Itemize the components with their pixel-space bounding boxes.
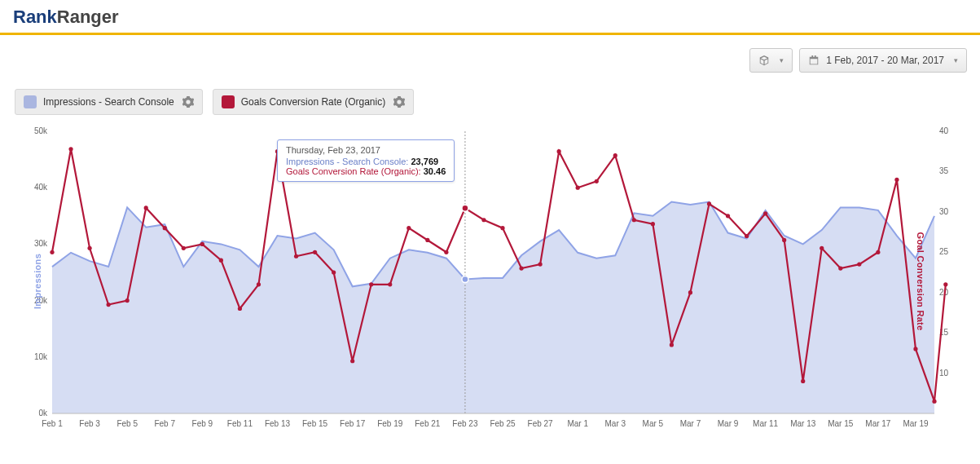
svg-point-38: [500, 226, 504, 230]
logo: RankRanger: [13, 7, 119, 27]
svg-text:Mar 7: Mar 7: [680, 419, 701, 428]
svg-point-58: [876, 250, 880, 254]
svg-point-56: [838, 266, 842, 270]
svg-text:0k: 0k: [38, 409, 48, 418]
svg-text:Feb 21: Feb 21: [415, 419, 441, 428]
calendar-icon: [808, 55, 820, 66]
svg-text:Mar 13: Mar 13: [790, 419, 816, 428]
svg-point-48: [688, 290, 692, 294]
svg-point-46: [651, 222, 655, 226]
view-mode-button[interactable]: ▾: [749, 48, 793, 73]
svg-point-44: [613, 153, 617, 157]
svg-point-39: [519, 266, 523, 270]
date-range-label: 1 Feb, 2017 - 20 Mar, 2017: [826, 55, 944, 66]
svg-text:Mar 3: Mar 3: [604, 419, 626, 428]
svg-text:35: 35: [939, 166, 949, 175]
svg-text:Feb 13: Feb 13: [265, 419, 291, 428]
svg-point-50: [726, 214, 730, 218]
svg-point-57: [857, 263, 861, 267]
svg-text:Feb 1: Feb 1: [42, 419, 63, 428]
svg-point-16: [87, 246, 91, 250]
svg-point-63: [462, 276, 468, 283]
svg-text:Feb 27: Feb 27: [528, 419, 554, 428]
metric-selector-row: Impressions - Search Console Goals Conve…: [0, 89, 980, 126]
svg-point-17: [107, 303, 111, 307]
logo-part1: Rank: [13, 7, 57, 27]
svg-point-29: [332, 270, 336, 274]
svg-point-60: [913, 347, 917, 351]
cube-icon: [758, 55, 770, 66]
svg-point-28: [313, 250, 317, 254]
metric-goals-pill[interactable]: Goals Conversion Rate (Organic): [213, 89, 414, 115]
svg-text:Mar 5: Mar 5: [643, 419, 664, 428]
svg-point-59: [894, 178, 899, 182]
svg-point-41: [557, 149, 561, 153]
svg-point-51: [745, 234, 749, 238]
svg-point-19: [144, 205, 148, 210]
logo-part2: Ranger: [57, 7, 119, 27]
svg-point-30: [350, 359, 354, 363]
svg-point-53: [782, 238, 786, 242]
svg-text:Mar 1: Mar 1: [567, 419, 588, 428]
tooltip-goals-row: Goals Conversion Rate (Organic): 30.46: [286, 166, 446, 176]
svg-point-14: [50, 250, 54, 254]
svg-text:40k: 40k: [34, 183, 48, 192]
svg-point-40: [538, 263, 543, 267]
gear-icon[interactable]: [182, 96, 194, 108]
svg-point-62: [943, 282, 947, 286]
svg-point-31: [369, 282, 373, 286]
svg-point-55: [820, 246, 824, 250]
svg-point-27: [294, 254, 298, 259]
date-range-button[interactable]: 1 Feb, 2017 - 20 Mar, 2017 ▾: [799, 48, 967, 73]
svg-point-34: [425, 238, 429, 242]
chevron-down-icon: ▾: [780, 56, 784, 64]
metric-impressions-pill[interactable]: Impressions - Search Console: [15, 89, 203, 115]
tooltip-date: Thursday, Feb 23, 2017: [286, 145, 446, 155]
tooltip-goals-label: Goals Conversion Rate (Organic):: [286, 166, 421, 176]
svg-text:Feb 15: Feb 15: [302, 419, 328, 428]
svg-point-54: [801, 379, 805, 383]
gear-icon[interactable]: [393, 96, 405, 108]
svg-point-21: [182, 246, 186, 250]
svg-point-49: [707, 201, 711, 205]
y-axis-left-label: Impressions: [33, 254, 42, 309]
tooltip-goals-value: 30.46: [424, 166, 446, 176]
svg-point-22: [200, 242, 204, 246]
y-axis-right-label: Goal Conversion Rate: [916, 232, 926, 331]
chart-tooltip: Thursday, Feb 23, 2017 Impressions - Sea…: [277, 139, 455, 182]
svg-point-24: [238, 307, 242, 311]
svg-point-18: [125, 298, 130, 303]
svg-point-25: [257, 282, 261, 286]
svg-text:Mar 17: Mar 17: [865, 419, 891, 428]
svg-text:30k: 30k: [34, 239, 48, 248]
metric-goals-label: Goals Conversion Rate (Organic): [241, 96, 385, 108]
svg-text:25: 25: [939, 247, 949, 256]
svg-text:Mar 11: Mar 11: [753, 419, 779, 428]
svg-text:Mar 15: Mar 15: [828, 419, 854, 428]
line-area-chart[interactable]: 0k10k20k30k40k50k10152025303540Feb 1Feb …: [15, 126, 965, 436]
svg-text:Mar 9: Mar 9: [718, 419, 739, 428]
svg-text:Feb 25: Feb 25: [490, 419, 516, 428]
metric-impressions-label: Impressions - Search Console: [43, 96, 174, 108]
svg-text:Feb 23: Feb 23: [452, 419, 478, 428]
svg-point-20: [163, 226, 167, 230]
svg-text:Feb 9: Feb 9: [192, 419, 213, 428]
svg-text:Feb 19: Feb 19: [377, 419, 403, 428]
svg-point-35: [444, 250, 448, 254]
top-toolbar: ▾ 1 Feb, 2017 - 20 Mar, 2017 ▾: [0, 35, 980, 89]
svg-text:40: 40: [939, 126, 949, 135]
svg-point-32: [388, 282, 392, 286]
svg-point-61: [932, 400, 936, 404]
svg-text:10k: 10k: [34, 352, 48, 361]
svg-point-37: [481, 218, 486, 222]
svg-text:30: 30: [939, 207, 949, 216]
svg-point-52: [763, 211, 767, 215]
svg-text:Feb 7: Feb 7: [154, 419, 175, 428]
svg-point-33: [407, 226, 411, 230]
svg-text:Feb 11: Feb 11: [227, 419, 253, 428]
svg-point-15: [68, 147, 73, 151]
svg-text:50k: 50k: [34, 126, 48, 135]
tooltip-impressions-row: Impressions - Search Console: 23,769: [286, 157, 446, 166]
svg-point-64: [462, 205, 468, 211]
goals-swatch: [222, 95, 235, 108]
